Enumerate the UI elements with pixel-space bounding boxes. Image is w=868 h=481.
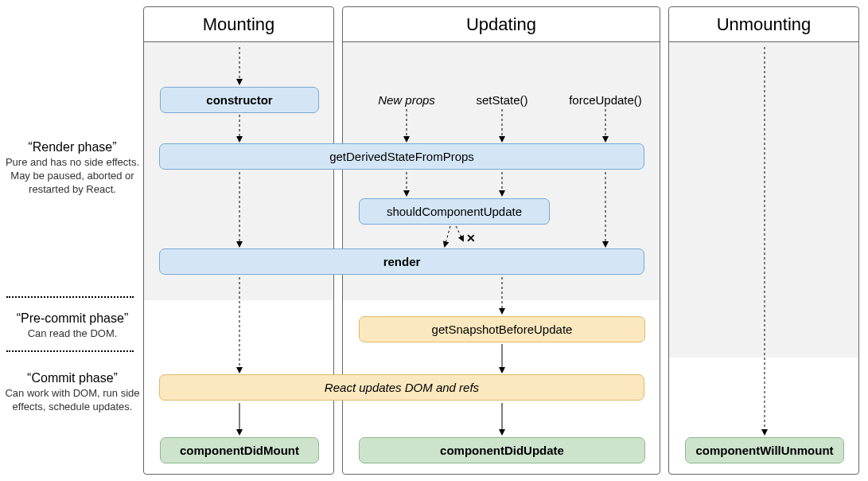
- phase-divider-1: [6, 296, 134, 298]
- component-will-unmount-node[interactable]: componentWillUnmount: [685, 437, 844, 463]
- unmounting-column: Unmounting componentWillUnmount: [668, 6, 859, 475]
- set-state-trigger: setState(): [470, 93, 534, 107]
- commit-phase-title: “Commit phase”: [5, 370, 140, 387]
- scu-cross-icon: ✕: [466, 232, 476, 244]
- component-did-update-node[interactable]: componentDidUpdate: [359, 437, 645, 463]
- react-updates-dom-node: React updates DOM and refs: [159, 374, 644, 401]
- precommit-phase-title: “Pre-commit phase”: [5, 311, 140, 327]
- precommit-phase-label: “Pre-commit phase” Can read the DOM.: [5, 311, 140, 341]
- get-snapshot-before-update-node[interactable]: getSnapshotBeforeUpdate: [359, 316, 645, 342]
- new-props-trigger: New props: [367, 93, 446, 107]
- get-derived-state-from-props-node[interactable]: getDerivedStateFromProps: [159, 143, 644, 170]
- constructor-node[interactable]: constructor: [160, 87, 319, 113]
- should-component-update-node[interactable]: shouldComponentUpdate: [359, 198, 550, 225]
- precommit-phase-desc: Can read the DOM.: [5, 327, 140, 341]
- phase-divider-2: [6, 350, 134, 352]
- unmounting-render-bg: [669, 42, 858, 358]
- updating-column: Updating New props setState() forceUpdat…: [342, 6, 660, 475]
- component-did-mount-node[interactable]: componentDidMount: [160, 437, 319, 463]
- commit-phase-desc: Can work with DOM, run side effects, sch…: [5, 387, 140, 414]
- commit-phase-label: “Commit phase” Can work with DOM, run si…: [5, 370, 140, 414]
- updating-header: Updating: [343, 7, 660, 42]
- force-update-trigger: forceUpdate(): [562, 93, 649, 107]
- render-phase-title: “Render phase”: [5, 139, 140, 156]
- render-phase-label: “Render phase” Pure and has no side effe…: [5, 139, 140, 196]
- render-phase-desc: Pure and has no side effects. May be pau…: [5, 156, 140, 197]
- unmounting-header: Unmounting: [669, 7, 858, 42]
- mounting-header: Mounting: [144, 7, 333, 42]
- render-node[interactable]: render: [159, 248, 644, 275]
- mounting-column: Mounting constructor componentDidMount: [143, 6, 334, 475]
